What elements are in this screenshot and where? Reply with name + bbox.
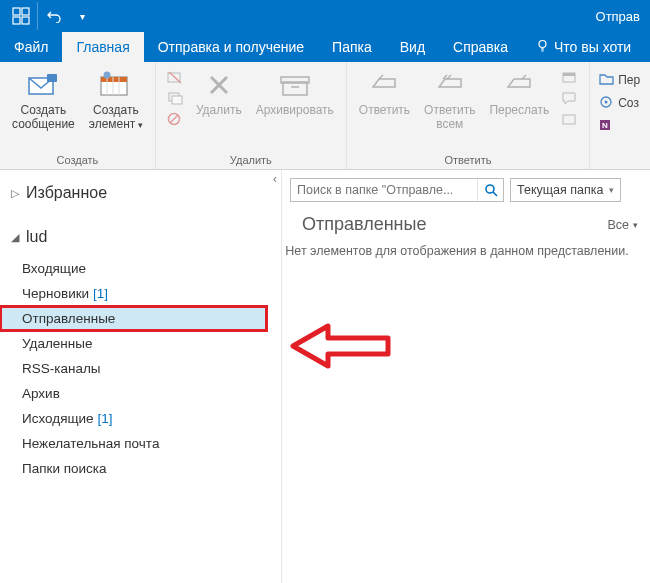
svg-rect-0 [13, 8, 20, 15]
svg-rect-1 [22, 8, 29, 15]
folder-outbox[interactable]: Исходящие [1] [0, 406, 281, 431]
rules-button[interactable]: Соз [598, 93, 640, 113]
respond-mini-column [559, 66, 581, 128]
rules-label: Соз [618, 96, 639, 110]
tab-file[interactable]: Файл [0, 32, 62, 62]
folder-rss[interactable]: RSS-каналы [0, 356, 281, 381]
folder-archive[interactable]: Архив [0, 381, 281, 406]
tab-send-receive[interactable]: Отправка и получение [144, 32, 318, 62]
svg-text:N: N [602, 121, 608, 130]
move-icon [598, 72, 614, 89]
empty-message: Нет элементов для отображения в данном п… [282, 239, 650, 260]
search-bar: Текущая папка ▾ [282, 170, 650, 208]
svg-point-14 [103, 72, 110, 79]
meeting-reply-icon [559, 68, 581, 86]
move-to-button[interactable]: Пер [598, 70, 640, 90]
folder-nav: ‹ ▷ Избранное ◢ lud Входящие Черновики [… [0, 170, 282, 583]
chevron-down-icon: ▾ [609, 185, 614, 195]
forward-label: Переслать [489, 104, 549, 118]
move-label: Пер [618, 73, 640, 87]
reply-icon [367, 68, 401, 102]
svg-rect-23 [283, 82, 307, 95]
content-area: ‹ ▷ Избранное ◢ lud Входящие Черновики [… [0, 170, 650, 583]
forward-icon [502, 68, 536, 102]
folder-junk[interactable]: Нежелательная почта [0, 431, 281, 456]
svg-rect-3 [22, 17, 29, 24]
ribbon-group-move: Пер Соз N [590, 62, 648, 169]
chevron-down-icon: ◢ [10, 231, 20, 244]
ignore-icon [164, 68, 186, 86]
svg-line-34 [493, 192, 497, 196]
search-scope-dropdown[interactable]: Текущая папка ▾ [510, 178, 621, 202]
ribbon: Создать сообщение Создать элемент ▾ Созд… [0, 62, 650, 170]
delete-button: Удалить [192, 66, 246, 120]
svg-line-20 [170, 115, 178, 123]
svg-rect-28 [563, 115, 575, 124]
svg-rect-18 [172, 96, 182, 104]
titlebar: ▾ Отправ [0, 0, 650, 32]
reply-all-icon [433, 68, 467, 102]
folder-sent[interactable]: Отправленные [0, 306, 267, 331]
folder-inbox[interactable]: Входящие [0, 256, 281, 281]
folder-search[interactable]: Папки поиска [0, 456, 281, 481]
tell-me-label: Что вы хоти [554, 39, 631, 55]
new-item-label: Создать элемент ▾ [89, 104, 143, 132]
onenote-icon: N [598, 118, 614, 135]
message-pane: Текущая папка ▾ Отправленные Все ▾ Нет э… [282, 170, 650, 583]
filter-label: Все [607, 218, 629, 232]
qat-customize-icon[interactable]: ▾ [68, 2, 96, 30]
svg-rect-8 [47, 74, 57, 82]
account-header[interactable]: ◢ lud [0, 224, 281, 250]
ribbon-group-create: Создать сообщение Создать элемент ▾ Созд… [0, 62, 156, 169]
ribbon-tabs: Файл Главная Отправка и получение Папка … [0, 32, 650, 62]
collapse-nav-icon[interactable]: ‹ [268, 172, 282, 186]
archive-label: Архивировать [256, 104, 334, 118]
ribbon-group-delete: Удалить Архивировать Удалить [156, 62, 347, 169]
svg-point-4 [539, 41, 546, 48]
new-mail-button[interactable]: Создать сообщение [8, 66, 79, 134]
app-icon[interactable] [4, 2, 38, 30]
new-mail-label: Создать сообщение [12, 104, 75, 132]
rules-icon [598, 95, 614, 112]
svg-point-30 [605, 100, 608, 103]
tab-view[interactable]: Вид [386, 32, 439, 62]
delete-mini-column [164, 66, 186, 128]
tab-tell-me[interactable]: Что вы хоти [522, 32, 645, 62]
archive-button: Архивировать [252, 66, 338, 120]
svg-rect-2 [13, 17, 20, 24]
group-create-label: Создать [8, 152, 147, 169]
svg-line-16 [169, 72, 181, 83]
tab-folder[interactable]: Папка [318, 32, 386, 62]
reply-button: Ответить [355, 66, 414, 120]
svg-rect-27 [563, 73, 575, 76]
new-item-button[interactable]: Создать элемент ▾ [85, 66, 147, 134]
undo-icon[interactable] [40, 2, 68, 30]
group-respond-label: Ответить [355, 152, 581, 169]
forward-button: Переслать [485, 66, 553, 120]
new-item-icon [99, 68, 133, 102]
search-icon[interactable] [477, 179, 503, 201]
search-input[interactable] [291, 179, 477, 201]
list-header: Отправленные Все ▾ [282, 208, 650, 239]
new-mail-icon [26, 68, 60, 102]
folder-drafts[interactable]: Черновики [1] [0, 281, 281, 306]
filter-dropdown[interactable]: Все ▾ [607, 218, 638, 232]
window-title: Отправ [96, 9, 646, 24]
folder-heading: Отправленные [302, 214, 427, 235]
lightbulb-icon [536, 39, 549, 55]
favorites-header[interactable]: ▷ Избранное [0, 180, 281, 206]
search-box[interactable] [290, 178, 504, 202]
tab-home[interactable]: Главная [62, 32, 143, 62]
onenote-button[interactable]: N [598, 116, 640, 136]
junk-icon [164, 110, 186, 128]
chevron-down-icon: ▾ [633, 220, 638, 230]
reply-all-button: Ответить всем [420, 66, 479, 134]
cleanup-icon [164, 89, 186, 107]
scope-label: Текущая папка [517, 183, 603, 197]
tab-help[interactable]: Справка [439, 32, 522, 62]
reply-all-label: Ответить всем [424, 104, 475, 132]
folder-list: Входящие Черновики [1] Отправленные Удал… [0, 256, 281, 481]
folder-deleted[interactable]: Удаленные [0, 331, 281, 356]
delete-label: Удалить [196, 104, 242, 118]
chevron-right-icon: ▷ [10, 187, 20, 200]
